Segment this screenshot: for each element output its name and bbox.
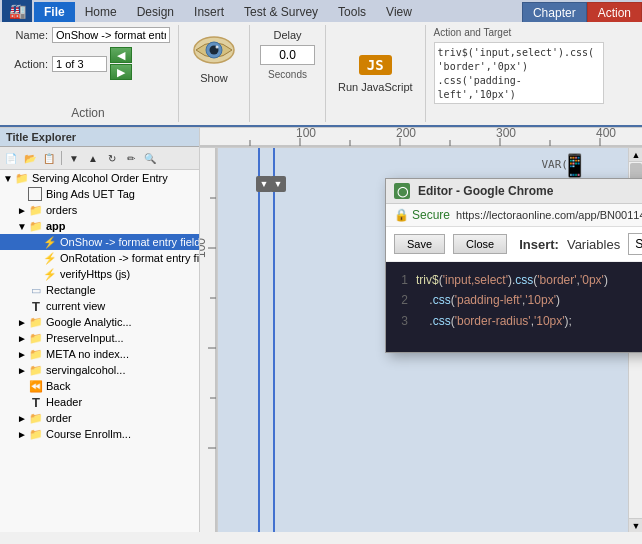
folder-icon-orders: 📁: [28, 203, 44, 217]
action-input[interactable]: [52, 56, 107, 72]
toolbar-icon-2[interactable]: 📂: [21, 149, 39, 167]
js-badge: JS: [359, 55, 392, 75]
action-target-label: Action and Target: [434, 27, 630, 38]
tree-item-back[interactable]: ⏪ Back: [0, 378, 199, 394]
code-line-3: 3 .css('border-radius','10px');: [394, 311, 642, 331]
panel-title: Title Explorer: [0, 128, 199, 147]
name-input[interactable]: [52, 27, 170, 43]
back-icon: ⏪: [28, 379, 44, 393]
tree-item-verifyhttps[interactable]: ⚡ verifyHttps (js): [0, 266, 199, 282]
name-label: Name:: [6, 29, 48, 41]
tree-item-currentview[interactable]: T current view: [0, 298, 199, 314]
tree-item-google[interactable]: ► 📁 Google Analytic...: [0, 314, 199, 330]
tree-item-app[interactable]: ▼ 📁 app: [0, 218, 199, 234]
tab-file[interactable]: File: [34, 2, 75, 22]
text-icon-cv: T: [28, 299, 44, 313]
code-line-2: 2 .css('padding-left','10px'): [394, 290, 642, 310]
toolbar-icon-3[interactable]: 📋: [40, 149, 58, 167]
js-code-preview: triv$('input,select').css( 'border','0px…: [434, 42, 604, 104]
folder-icon: 📁: [14, 171, 30, 185]
variables-label: Variables: [567, 237, 620, 252]
toolbar-icon-4[interactable]: ▼: [65, 149, 83, 167]
prev-action-button[interactable]: ◀: [110, 47, 132, 63]
text-icon-header: T: [28, 395, 44, 409]
popup-toolbar: Save Close Insert: Variables Select ....…: [386, 227, 642, 262]
scrollbar-down-arrow[interactable]: ▼: [629, 518, 642, 532]
popup-browser-icon: ◯: [394, 183, 410, 199]
tree-item-order[interactable]: ► 📁 order: [0, 410, 199, 426]
tree-item-orders[interactable]: ► 📁 orders: [0, 202, 199, 218]
tree-item-serving2[interactable]: ► 📁 servingalcohol...: [0, 362, 199, 378]
tab-chapter[interactable]: Chapter: [522, 2, 587, 22]
code-line-1: 1 triv$('input,select').css('border','0p…: [394, 270, 642, 290]
tab-home[interactable]: Home: [75, 2, 127, 22]
svg-point-3: [216, 46, 219, 49]
toolbar-icon-8[interactable]: 🔍: [141, 149, 159, 167]
lock-icon: 🔒: [394, 208, 409, 222]
save-button[interactable]: Save: [394, 234, 445, 254]
action-group-label: Action: [71, 106, 104, 120]
toolbar-icon-6[interactable]: ↻: [103, 149, 121, 167]
tree-item-onrotation[interactable]: ⚡ OnRotation -> format entry fields: [0, 250, 199, 266]
tree-item-meta[interactable]: ► 📁 META no index...: [0, 346, 199, 362]
action-icon-onshow: ⚡: [42, 235, 58, 249]
seconds-label: Seconds: [268, 69, 307, 80]
tree-item-course[interactable]: ► 📁 Course Enrollm...: [0, 426, 199, 442]
folder-icon-serving2: 📁: [28, 363, 44, 377]
svg-text:200: 200: [396, 128, 416, 140]
delay-section: Delay Seconds: [250, 25, 326, 122]
svg-text:100: 100: [200, 238, 208, 258]
svg-text:100: 100: [296, 128, 316, 140]
toolbar-separator: [61, 151, 62, 165]
popup-title-bar: ◯ Editor - Google Chrome: [386, 179, 642, 204]
tab-tools[interactable]: Tools: [328, 2, 376, 22]
tab-insert[interactable]: Insert: [184, 2, 234, 22]
toolbar-icon-1[interactable]: 📄: [2, 149, 20, 167]
tree-item-preserve[interactable]: ► 📁 PreserveInput...: [0, 330, 199, 346]
folder-icon-google: 📁: [28, 315, 44, 329]
show-section: Show: [179, 25, 250, 122]
delay-input[interactable]: [260, 45, 315, 65]
close-button[interactable]: Close: [453, 234, 507, 254]
show-label: Show: [200, 72, 228, 84]
tree-item-bing[interactable]: Bing Ads UET Tag: [0, 186, 199, 202]
tree-item-serving[interactable]: ▼ 📁 Serving Alcohol Order Entry: [0, 170, 199, 186]
tree-item-rectangle[interactable]: ▭ Rectangle: [0, 282, 199, 298]
line-num-2: 2: [394, 290, 408, 310]
code-editor[interactable]: 1 triv$('input,select').css('border','0p…: [386, 262, 642, 352]
next-action-button[interactable]: ▶: [110, 64, 132, 80]
tab-design[interactable]: Design: [127, 2, 184, 22]
insert-label: Insert:: [519, 237, 559, 252]
svg-text:300: 300: [496, 128, 516, 140]
url-text: https://lectoraonline.com/app/BN00114/ac…: [456, 209, 642, 221]
toolbar-icon-7[interactable]: ✏: [122, 149, 140, 167]
vertical-line-2: [273, 148, 275, 532]
line-num-1: 1: [394, 270, 408, 290]
line-num-3: 3: [394, 311, 408, 331]
eye-icon: [191, 33, 237, 70]
var-text: VAR(: [542, 158, 569, 171]
tab-action-top[interactable]: Action: [587, 2, 642, 22]
popup-url-bar: 🔒 Secure https://lectoraonline.com/app/B…: [386, 204, 642, 227]
run-js-button[interactable]: Run JavaScript: [338, 81, 413, 93]
action-icon-verify: ⚡: [42, 267, 58, 281]
tab-test-survey[interactable]: Test & Survey: [234, 2, 328, 22]
popup-title: Editor - Google Chrome: [418, 184, 553, 198]
editor-popup: ◯ Editor - Google Chrome 🔒 Secure https:…: [385, 178, 642, 353]
tree-item-header[interactable]: T Header: [0, 394, 199, 410]
vertical-ruler: 100: [200, 148, 218, 532]
tree-container: ▼ 📁 Serving Alcohol Order Entry Bing Ads…: [0, 170, 199, 532]
folder-icon-course: 📁: [28, 427, 44, 441]
select-dropdown[interactable]: Select .... ▼: [628, 233, 642, 255]
svg-text:400: 400: [596, 128, 616, 140]
tree-item-onshow[interactable]: ⚡ OnShow -> format entry fields: [0, 234, 199, 250]
toolbar-icon-5[interactable]: ▲: [84, 149, 102, 167]
tab-view[interactable]: View: [376, 2, 422, 22]
folder-icon-app: 📁: [28, 219, 44, 233]
scrollbar-up-arrow[interactable]: ▲: [629, 148, 642, 162]
delay-label: Delay: [273, 29, 301, 41]
panel-toolbar: 📄 📂 📋 ▼ ▲ ↻ ✏ 🔍: [0, 147, 199, 170]
title-explorer-panel: Title Explorer 📄 📂 📋 ▼ ▲ ↻ ✏ 🔍 ▼ 📁 Servi…: [0, 128, 200, 532]
folder-icon-meta: 📁: [28, 347, 44, 361]
canvas-panel: 100 200 300 400 100: [200, 128, 642, 532]
